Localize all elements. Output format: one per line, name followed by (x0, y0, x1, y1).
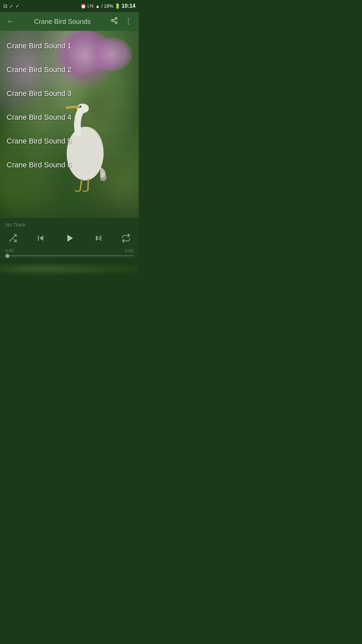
player-controls (5, 231, 133, 246)
svg-line-10 (88, 179, 88, 191)
status-bar: ⊡ ✓ ✓ ⏰ LTE ▲ / 18% 🔋 10:14 (0, 0, 139, 12)
bottom-thumbnail-strip (0, 259, 139, 279)
prev-button[interactable] (33, 231, 49, 245)
main-content: Crane Bird Sound 1 Crane Bird Sound 2 Cr… (0, 31, 139, 217)
sound-item-6[interactable]: Crane Bird Sound 6 (0, 153, 139, 177)
signal-icon: ▲ (95, 3, 100, 9)
progress-bar[interactable] (5, 255, 133, 256)
status-left-icons: ⊡ ✓ ✓ (3, 3, 19, 9)
check-icon1: ✓ (9, 3, 13, 9)
header-title: Crane Bird Sounds (15, 18, 109, 25)
svg-line-3 (113, 21, 115, 22)
alarm-icon: ⏰ (80, 3, 86, 9)
back-button[interactable]: ← (5, 16, 15, 27)
progress-indicator (5, 254, 9, 258)
sound-list: Crane Bird Sound 1 Crane Bird Sound 2 Cr… (0, 31, 139, 180)
more-options-button[interactable]: ⋮ (123, 16, 133, 27)
status-time: 10:14 (122, 3, 135, 9)
svg-line-4 (113, 19, 115, 20)
total-time: 0:00 (125, 248, 133, 253)
play-button[interactable] (61, 231, 78, 246)
sound-item-5[interactable]: Crane Bird Sound 5 (0, 129, 139, 153)
check-icon2: ✓ (15, 3, 19, 9)
signal-icon2: / (101, 3, 103, 9)
sound-item-4[interactable]: Crane Bird Sound 4 (0, 106, 139, 129)
time-row: 0:00 0:00 (5, 248, 133, 253)
next-button[interactable] (90, 231, 107, 245)
share-button[interactable] (109, 15, 119, 28)
no-track-label: No Track (5, 222, 133, 227)
battery-percent: 18% (104, 3, 113, 9)
header-actions: ⋮ (109, 15, 133, 28)
status-right-icons: ⏰ LTE ▲ / 18% 🔋 10:14 (80, 3, 135, 9)
app-header: ← Crane Bird Sounds ⋮ (0, 12, 139, 31)
sound-item-2[interactable]: Crane Bird Sound 2 (0, 58, 139, 82)
battery-icon: 🔋 (115, 3, 120, 9)
current-time: 0:00 (5, 248, 14, 253)
lte-icon: LTE (87, 4, 94, 8)
sound-item-3[interactable]: Crane Bird Sound 3 (0, 82, 139, 105)
sound-item-1[interactable]: Crane Bird Sound 1 (0, 34, 139, 58)
photo-icon: ⊡ (3, 3, 7, 9)
shuffle-button[interactable] (5, 232, 20, 244)
player-bar: No Track (0, 217, 139, 259)
repeat-button[interactable] (119, 232, 133, 244)
svg-line-9 (80, 179, 82, 191)
